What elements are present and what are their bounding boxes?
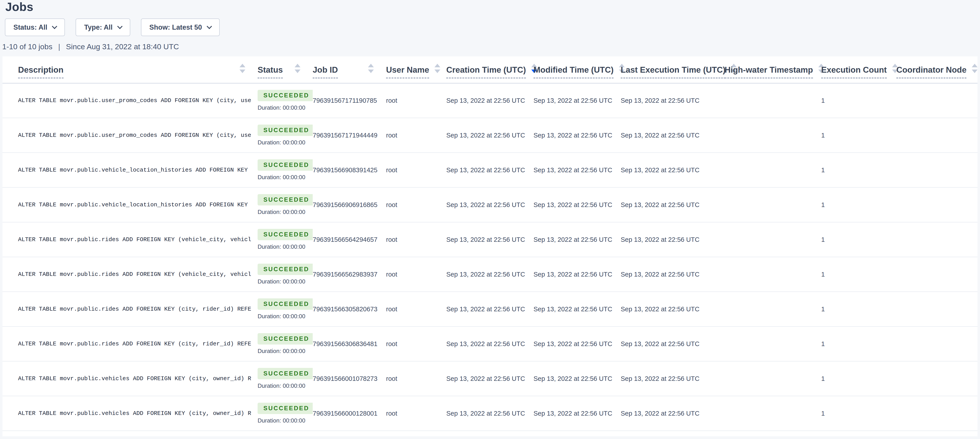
cell-user-name: root (386, 326, 446, 361)
cell-job-id: 796391566001078273 (313, 361, 386, 396)
jobs-page: Jobs Status: All Type: All Show: Latest … (0, 0, 980, 439)
cell-execution-count: 1 (821, 326, 896, 361)
duration-label: Duration: 00:00:00 (258, 174, 305, 181)
cell-user-name: root (386, 361, 446, 396)
column-header-high_water[interactable]: High-water Timestamp (725, 56, 821, 83)
cell-status: SUCCEEDED Duration: 00:00:00 (258, 326, 313, 361)
status-badge: SUCCEEDED (258, 194, 313, 206)
cell-last-execution-time: Sep 13, 2022 at 22:56 UTC (621, 326, 725, 361)
cell-status: SUCCEEDED Duration: 00:00:00 (258, 222, 313, 257)
column-header-last_exec_time[interactable]: Last Execution Time (UTC) (621, 56, 725, 83)
cell-creation-time: Sep 13, 2022 at 22:56 UTC (446, 257, 533, 292)
column-header-modified_time[interactable]: Modified Time (UTC) (533, 56, 621, 83)
results-summary: 1-10 of 10 jobs|Since Aug 31, 2022 at 18… (2, 42, 179, 51)
cell-high-water-timestamp (725, 292, 821, 326)
cell-description: ALTER TABLE movr.public.vehicles ADD FOR… (2, 361, 258, 396)
cell-coordinator-node (896, 222, 978, 257)
cell-high-water-timestamp (725, 326, 821, 361)
cell-high-water-timestamp (725, 361, 821, 396)
column-header-coordinator[interactable]: Coordinator Node (896, 56, 978, 83)
duration-label: Duration: 00:00:00 (258, 209, 305, 216)
cell-high-water-timestamp (725, 222, 821, 257)
duration-label: Duration: 00:00:00 (258, 348, 305, 355)
cell-job-id: 796391566000128001 (313, 396, 386, 431)
cell-high-water-timestamp (725, 396, 821, 431)
duration-label: Duration: 00:00:00 (258, 417, 305, 424)
sort-icon (972, 64, 978, 73)
status-badge: SUCCEEDED (258, 125, 313, 136)
table-row: ALTER TABLE movr.public.vehicles ADD FOR… (2, 396, 978, 431)
column-header-creation_time[interactable]: Creation Time (UTC) (446, 56, 533, 83)
cell-last-execution-time: Sep 13, 2022 at 22:56 UTC (621, 83, 725, 118)
table-row: ALTER TABLE movr.public.user_promo_codes… (2, 83, 978, 118)
cell-user-name: root (386, 83, 446, 118)
table-row: ALTER TABLE movr.public.vehicle_location… (2, 187, 978, 222)
table-row: ALTER TABLE movr.public.rides ADD FOREIG… (2, 292, 978, 326)
cell-user-name: root (386, 187, 446, 222)
cell-execution-count: 1 (821, 396, 896, 431)
column-header-execution_count[interactable]: Execution Count (821, 56, 896, 83)
cell-creation-time: Sep 13, 2022 at 22:56 UTC (446, 326, 533, 361)
cell-job-id: 796391566562983937 (313, 257, 386, 292)
sort-asc-icon (972, 64, 978, 67)
cell-modified-time: Sep 13, 2022 at 22:56 UTC (533, 326, 621, 361)
duration-label: Duration: 00:00:00 (258, 313, 305, 320)
show-filter-dropdown[interactable]: Show: Latest 50 (141, 19, 220, 36)
cell-high-water-timestamp (725, 83, 821, 118)
status-badge: SUCCEEDED (258, 264, 313, 275)
cell-coordinator-node (896, 118, 978, 153)
cell-creation-time: Sep 13, 2022 at 22:56 UTC (446, 292, 533, 326)
column-header-status[interactable]: Status (258, 56, 313, 83)
page-title: Jobs (5, 0, 33, 14)
column-header-label: Description (18, 65, 64, 78)
cell-description: ALTER TABLE movr.public.vehicles ADD FOR… (2, 396, 258, 431)
cell-execution-count: 1 (821, 83, 896, 118)
cell-coordinator-node (896, 326, 978, 361)
column-header-job_id[interactable]: Job ID (313, 56, 386, 83)
cell-high-water-timestamp (725, 153, 821, 187)
cell-high-water-timestamp (725, 257, 821, 292)
type-filter-dropdown[interactable]: Type: All (76, 19, 130, 36)
column-header-label: Job ID (313, 65, 338, 78)
table-row: ALTER TABLE movr.public.user_promo_codes… (2, 118, 978, 153)
sort-desc-icon (368, 70, 374, 73)
sort-icon (368, 64, 374, 73)
cell-execution-count: 1 (821, 153, 896, 187)
cell-status: SUCCEEDED Duration: 00:00:00 (258, 396, 313, 431)
sort-asc-icon (294, 64, 301, 67)
column-header-description[interactable]: Description (2, 56, 258, 83)
duration-label: Duration: 00:00:00 (258, 243, 305, 250)
chevron-down-icon (52, 24, 57, 29)
duration-label: Duration: 00:00:00 (258, 139, 305, 146)
table-row: ALTER TABLE movr.public.vehicle_location… (2, 153, 978, 187)
jobs-table-body: ALTER TABLE movr.public.user_promo_codes… (2, 83, 978, 431)
cell-job-id: 796391566906916865 (313, 187, 386, 222)
sort-asc-icon (434, 64, 440, 67)
jobs-table-header: Description Status Job ID User Name (2, 56, 978, 83)
cell-status: SUCCEEDED Duration: 00:00:00 (258, 292, 313, 326)
sort-asc-icon (240, 64, 245, 67)
column-header-user_name[interactable]: User Name (386, 56, 446, 83)
jobs-table: Description Status Job ID User Name (2, 56, 978, 431)
cell-user-name: root (386, 153, 446, 187)
cell-status: SUCCEEDED Duration: 00:00:00 (258, 118, 313, 153)
duration-label: Duration: 00:00:00 (258, 278, 305, 285)
column-header-label: Modified Time (UTC) (533, 65, 614, 78)
cell-modified-time: Sep 13, 2022 at 22:56 UTC (533, 187, 621, 222)
column-header-label: Creation Time (UTC) (446, 65, 526, 78)
cell-description: ALTER TABLE movr.public.rides ADD FOREIG… (2, 257, 258, 292)
cell-creation-time: Sep 13, 2022 at 22:56 UTC (446, 153, 533, 187)
cell-coordinator-node (896, 361, 978, 396)
cell-modified-time: Sep 13, 2022 at 22:56 UTC (533, 118, 621, 153)
show-filter-label: Show: Latest 50 (150, 24, 202, 32)
cell-job-id: 796391567171944449 (313, 118, 386, 153)
chevron-down-icon (117, 24, 123, 29)
cell-status: SUCCEEDED Duration: 00:00:00 (258, 83, 313, 118)
cell-coordinator-node (896, 187, 978, 222)
status-filter-dropdown[interactable]: Status: All (5, 19, 65, 36)
status-badge: SUCCEEDED (258, 368, 313, 379)
table-row: ALTER TABLE movr.public.rides ADD FOREIG… (2, 326, 978, 361)
cell-creation-time: Sep 13, 2022 at 22:56 UTC (446, 361, 533, 396)
column-header-label: Last Execution Time (UTC) (621, 65, 725, 78)
cell-job-id: 796391566564294657 (313, 222, 386, 257)
